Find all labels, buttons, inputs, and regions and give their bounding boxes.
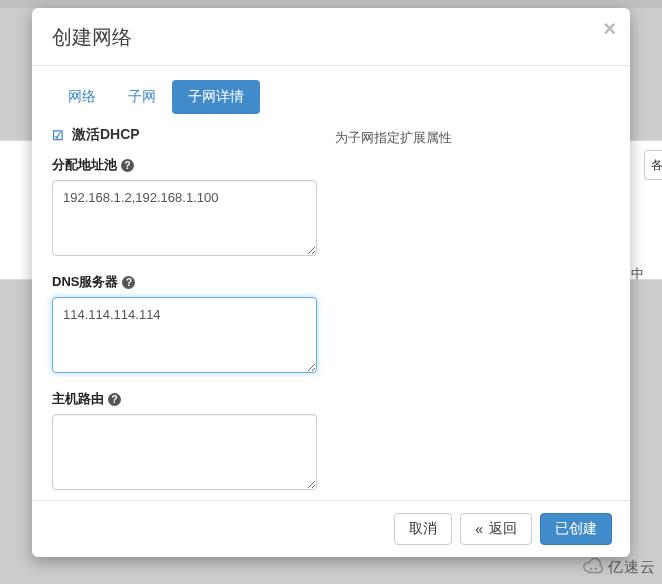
logo-text: 亿速云 [608, 558, 656, 577]
form-columns: ☑ 激活DHCP 分配地址池 ? DNS服务器 ? [52, 126, 610, 500]
allocation-pools-group: 分配地址池 ? [52, 156, 317, 259]
close-button[interactable]: × [603, 18, 616, 40]
host-routes-group: 主机路由 ? [52, 390, 317, 493]
tab-network[interactable]: 网络 [52, 80, 112, 114]
modal-title: 创建网络 [52, 24, 610, 51]
dns-servers-label: DNS服务器 ? [52, 273, 317, 291]
allocation-pools-input[interactable] [52, 180, 317, 256]
chevron-left-icon: « [475, 521, 483, 537]
help-icon[interactable]: ? [122, 276, 135, 289]
cloud-icon [582, 556, 604, 578]
form-right-column: 为子网指定扩展属性 [335, 126, 610, 500]
bg-partial-text: 中 [631, 265, 644, 283]
svg-point-0 [590, 568, 592, 570]
wizard-tabs: 网络 子网 子网详情 [52, 80, 610, 114]
dns-servers-group: DNS服务器 ? [52, 273, 317, 376]
modal-footer: 取消 « 返回 已创建 [32, 500, 630, 557]
host-routes-input[interactable] [52, 414, 317, 490]
tab-subnet-details[interactable]: 子网详情 [172, 80, 260, 114]
cancel-button[interactable]: 取消 [394, 513, 452, 545]
host-routes-label: 主机路由 ? [52, 390, 317, 408]
svg-point-1 [595, 568, 597, 570]
bg-partial-button: 各 [644, 150, 662, 180]
allocation-pools-label: 分配地址池 ? [52, 156, 317, 174]
help-description: 为子网指定扩展属性 [335, 129, 610, 147]
dhcp-label: 激活DHCP [72, 126, 140, 144]
bg-topbar [0, 0, 662, 8]
help-icon[interactable]: ? [108, 393, 121, 406]
dns-servers-input[interactable] [52, 297, 317, 373]
modal-body: 网络 子网 子网详情 ☑ 激活DHCP 分配地址池 ? [32, 66, 630, 500]
footer-logo: 亿速云 [582, 556, 656, 578]
checkbox-checked-icon: ☑ [52, 128, 64, 143]
tab-subnet[interactable]: 子网 [112, 80, 172, 114]
create-network-modal: 创建网络 × 网络 子网 子网详情 ☑ 激活DHCP 分配地址池 ? [32, 8, 630, 557]
form-left-column: ☑ 激活DHCP 分配地址池 ? DNS服务器 ? [52, 126, 317, 500]
submit-button[interactable]: 已创建 [540, 513, 612, 545]
back-button[interactable]: « 返回 [460, 513, 532, 545]
modal-header: 创建网络 × [32, 8, 630, 66]
enable-dhcp-checkbox[interactable]: ☑ 激活DHCP [52, 126, 317, 144]
help-icon[interactable]: ? [121, 159, 134, 172]
